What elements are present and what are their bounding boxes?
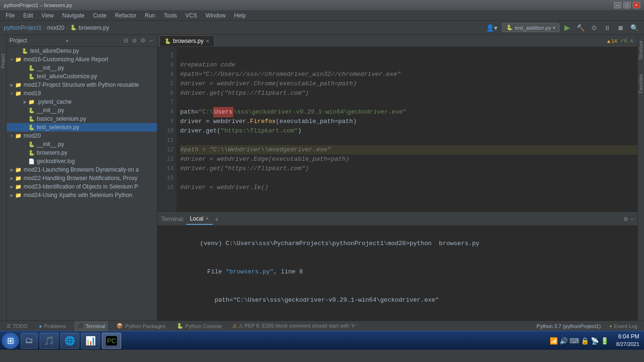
taskbar-excel[interactable]: 📊 [81, 333, 100, 349]
menu-navigate[interactable]: Navigate [58, 11, 88, 20]
status-python-packages[interactable]: 📦 Python Packages [114, 321, 168, 331]
file-icon: 🐍 [28, 65, 35, 71]
structure-label[interactable]: Structure [638, 41, 644, 60]
todo-icon: ☰ [7, 323, 11, 329]
editor-area: 🐍 browsers.py ✕ ▲14 ✓6 ∧ 2 3 4 5 6 7 8 9 [157, 35, 637, 321]
collapse-all-button[interactable]: ⊟ [122, 37, 130, 44]
explorer-icon: 🗂 [25, 336, 33, 346]
code-line-3: #repeation code [180, 60, 637, 70]
status-python-console[interactable]: 🐍 Python Console [174, 321, 225, 331]
terminal-settings-button[interactable]: ⚙ [623, 216, 628, 222]
run-config-icon: 🐍 [506, 25, 513, 31]
tree-item-mod17[interactable]: ▶ 📁 mod17-Project Structure with Python … [7, 81, 157, 89]
run-config-label: test_addition.py [515, 25, 551, 31]
breadcrumb-file[interactable]: browsers.py [79, 25, 109, 31]
tree-item-init-mod20[interactable]: 🐍 __init__.py [7, 140, 157, 148]
taskbar-chrome[interactable]: 🌐 [60, 333, 79, 349]
tree-item-label: mod23-Identification of Objects in Selen… [24, 183, 138, 190]
maximize-button[interactable]: □ [623, 2, 631, 8]
terminal-tab-close[interactable]: ✕ [205, 216, 209, 221]
settings-button[interactable]: ⚙ [139, 37, 147, 44]
terminal-minimize-button[interactable]: – [630, 216, 634, 222]
coverage-button[interactable]: ⚙ [589, 23, 599, 33]
tree-item-pytest-cache[interactable]: ▶ 📁 .pytest_cache [7, 98, 157, 106]
tree-item-basics-selenium[interactable]: 🐍 basics_selenium.py [7, 115, 157, 123]
stop-button[interactable]: ⏹ [615, 23, 626, 33]
add-terminal-button[interactable]: + [215, 215, 218, 223]
status-event-log[interactable]: ● Event Log [606, 321, 640, 331]
tree-item-mod20[interactable]: ▾ 📁 mod20 [7, 132, 157, 140]
menu-help[interactable]: Help [231, 11, 250, 20]
tree-item-mod23[interactable]: ▶ 📁 mod23-Identification of Objects in S… [7, 182, 157, 191]
python-console-label: Python Console [185, 323, 222, 329]
search-button[interactable]: 🔍 [628, 23, 640, 33]
project-header: Project ▾ ⊟ ⊛ ⚙ – [7, 35, 157, 47]
code-content[interactable]: #repeation code #path="C://Users//sss//c… [176, 47, 637, 212]
menu-view[interactable]: View [38, 11, 58, 20]
taskbar-pycharm[interactable]: PC [102, 333, 121, 349]
tree-item-label: test_selenium.py [37, 124, 79, 131]
editor-tab-browsers[interactable]: 🐍 browsers.py ✕ [159, 35, 215, 46]
taskbar-explorer[interactable]: 🗂 [21, 333, 38, 349]
menu-refactor[interactable]: Refactor [111, 11, 140, 20]
tree-item-mod24[interactable]: ▶ 📁 mod24-Using Xpaths with Selenium Pyt… [7, 191, 157, 199]
close-panel-button[interactable]: – [148, 37, 154, 44]
menu-edit[interactable]: Edit [19, 11, 37, 20]
build-button[interactable]: 🔨 [575, 23, 586, 33]
breadcrumb-sep1: › [43, 25, 45, 31]
tree-item-mod19[interactable]: ▾ 📁 mod19 [7, 89, 157, 98]
favorites-label[interactable]: Favorites [638, 74, 644, 93]
tree-item-mod16[interactable]: ▾ 📁 mod16-Customizing Allure Report [7, 55, 157, 64]
tray-network: 📡 [591, 337, 599, 345]
folder-icon: 📁 [15, 133, 22, 139]
tray-battery: 🔋 [601, 337, 609, 345]
nav-right: 👤▾ 🐍 test_addition.py ▾ ▶ 🔨 ⚙ ⏸ ⏹ 🔍 [484, 22, 640, 33]
profile-button[interactable]: 👤▾ [484, 23, 499, 33]
menu-vcs[interactable]: VCS [182, 11, 201, 20]
project-dropdown-arrow[interactable]: ▾ [66, 38, 121, 43]
status-problems[interactable]: ● Problems [36, 321, 69, 331]
code-highlight-users: Users [213, 107, 233, 117]
project-toggle-label[interactable]: Project [0, 54, 6, 68]
breadcrumb-project[interactable]: pythonProject1 [4, 25, 41, 31]
terminal-tab-local[interactable]: Local ✕ [186, 214, 213, 225]
tree-item-browsers[interactable]: 🐍 browsers.py [7, 148, 157, 157]
status-terminal[interactable]: ⬛ Terminal [74, 321, 108, 331]
status-todo[interactable]: ☰ TODO [4, 321, 31, 331]
tree-item-label: .pytest_cache [37, 99, 72, 105]
code-comment: #driver = webdriver.Ie() [180, 183, 268, 192]
debug-button[interactable]: ⏸ [602, 23, 612, 33]
menu-window[interactable]: Window [202, 11, 230, 20]
close-button[interactable]: ✕ [633, 2, 640, 8]
python-version[interactable]: Python 3.7 (pythonProject1) [537, 323, 601, 329]
tree-item-geckodriver-log[interactable]: 📄 geckodriver.log [7, 157, 157, 165]
tree-item-init-mod16[interactable]: 🐍 __init__.py [7, 64, 157, 72]
terminal-area: Terminal: Local ✕ + ⚙ – (venv) C:\Users\… [157, 212, 637, 321]
tree-item-init-mod19[interactable]: 🐍 __init__.py [7, 106, 157, 115]
terminal-line-2: File "browsers.py", line 8 [163, 258, 632, 286]
menu-run[interactable]: Run [141, 11, 159, 20]
tree-item-test-allureDemo[interactable]: 🐍 test_allureDemo.py [7, 47, 157, 55]
menu-file[interactable]: File [2, 11, 18, 20]
tree-item-mod22[interactable]: ▶ 📁 mod22-Handling Browser Notifications… [7, 174, 157, 182]
problems-icon: ● [39, 323, 42, 329]
minimize-button[interactable]: ─ [614, 2, 621, 8]
run-config[interactable]: 🐍 test_addition.py ▾ [502, 23, 560, 32]
code-editor[interactable]: 2 3 4 5 6 7 8 9 10 11 12 13 14 15 16 #re… [157, 47, 637, 212]
tree-item-mod21[interactable]: ▶ 📁 mod21-Launching Browsers Dynamically… [7, 165, 157, 174]
file-icon: 🐍 [28, 124, 35, 131]
taskbar-tray: 📶 🔊 ⌨ 🔒 📡 🔋 [547, 337, 611, 345]
locate-file-button[interactable]: ⊛ [131, 37, 138, 44]
tree-item-test-selenium[interactable]: 🐍 test_selenium.py [7, 123, 157, 132]
tree-item-label: test_allureCustomize.py [37, 73, 97, 80]
menu-code[interactable]: Code [89, 11, 110, 20]
taskbar-media[interactable]: 🎵 [40, 333, 58, 349]
start-button[interactable]: ⊞ [2, 333, 19, 349]
breadcrumb-folder[interactable]: mod20 [47, 25, 65, 31]
tab-close-button[interactable]: ✕ [206, 39, 209, 44]
run-button[interactable]: ▶ [562, 22, 572, 33]
terminal-content[interactable]: (venv) C:\Users\sss\PycharmProjects\pyth… [157, 226, 637, 321]
menu-tools[interactable]: Tools [160, 11, 181, 20]
scroll-up-btn[interactable]: ∧ [630, 38, 634, 44]
tree-item-test-allureCustomize[interactable]: 🐍 test_allureCustomize.py [7, 72, 157, 81]
